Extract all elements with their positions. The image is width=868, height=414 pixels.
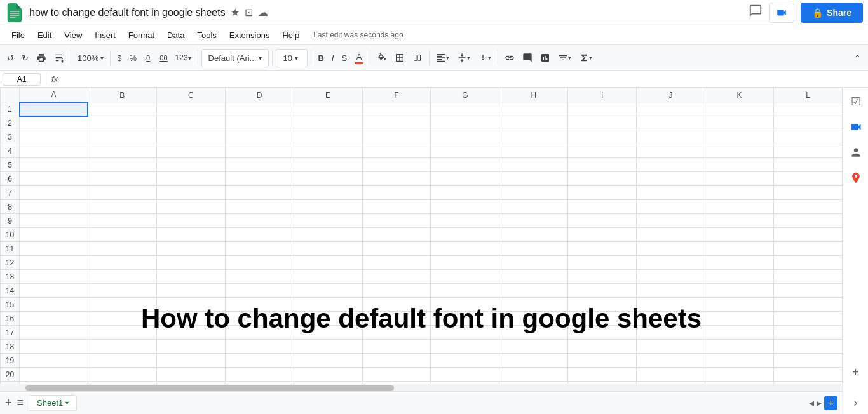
cell-B4[interactable] <box>88 144 156 158</box>
cell-B5[interactable] <box>88 158 156 172</box>
cell-C19[interactable] <box>156 354 225 368</box>
cell-B11[interactable] <box>88 242 156 256</box>
cell-J5[interactable] <box>637 158 705 172</box>
cell-I7[interactable] <box>568 186 637 200</box>
cell-J13[interactable] <box>637 270 705 284</box>
cell-B8[interactable] <box>88 200 156 214</box>
cell-F8[interactable] <box>362 200 431 214</box>
cell-K14[interactable] <box>705 284 774 298</box>
cell-H20[interactable] <box>499 368 568 382</box>
cell-L8[interactable] <box>773 200 842 214</box>
align-v-button[interactable]: ▾ <box>454 50 473 65</box>
cell-A20[interactable] <box>20 368 88 382</box>
cell-K5[interactable] <box>705 158 774 172</box>
cell-C14[interactable] <box>156 284 225 298</box>
cell-G17[interactable] <box>431 326 499 340</box>
cell-H10[interactable] <box>499 228 568 242</box>
zoom-select[interactable]: 100% ▾ <box>74 51 107 65</box>
scroll-sheets-right[interactable]: ▸ <box>817 397 822 409</box>
cell-J16[interactable] <box>637 312 705 326</box>
cell-B1[interactable] <box>88 102 156 116</box>
cell-C2[interactable] <box>156 116 225 130</box>
cell-F14[interactable] <box>362 284 431 298</box>
cell-E15[interactable] <box>294 298 362 312</box>
cell-A14[interactable] <box>20 284 88 298</box>
cell-J18[interactable] <box>637 340 705 354</box>
cell-C6[interactable] <box>156 172 225 186</box>
cell-K2[interactable] <box>705 116 774 130</box>
cell-E5[interactable] <box>294 158 362 172</box>
menu-data[interactable]: Data <box>161 28 191 43</box>
cell-D13[interactable] <box>225 270 294 284</box>
cell-D20[interactable] <box>225 368 294 382</box>
cell-G10[interactable] <box>431 228 499 242</box>
cell-L16[interactable] <box>773 312 842 326</box>
cell-G6[interactable] <box>431 172 499 186</box>
cell-F10[interactable] <box>362 228 431 242</box>
comment-button[interactable] <box>749 4 763 21</box>
italic-button[interactable]: I <box>329 51 337 65</box>
cell-G7[interactable] <box>431 186 499 200</box>
cell-B9[interactable] <box>88 214 156 228</box>
cell-L4[interactable] <box>773 144 842 158</box>
cell-B20[interactable] <box>88 368 156 382</box>
cell-A9[interactable] <box>20 214 88 228</box>
functions-button[interactable]: ▾ <box>576 50 595 65</box>
cell-K3[interactable] <box>705 130 774 144</box>
col-header-K[interactable]: K <box>705 88 774 102</box>
cell-F5[interactable] <box>362 158 431 172</box>
cell-B6[interactable] <box>88 172 156 186</box>
sidebar-plus-icon[interactable]: + <box>844 361 867 384</box>
bold-button[interactable]: B <box>315 51 327 65</box>
cell-E6[interactable] <box>294 172 362 186</box>
cell-K15[interactable] <box>705 298 774 312</box>
cell-F7[interactable] <box>362 186 431 200</box>
paint-format-button[interactable] <box>51 50 67 65</box>
cell-D17[interactable] <box>225 326 294 340</box>
cell-G15[interactable] <box>431 298 499 312</box>
cell-C3[interactable] <box>156 130 225 144</box>
cell-K17[interactable] <box>705 326 774 340</box>
sheet-tab-sheet1[interactable]: Sheet1 ▾ <box>29 395 77 411</box>
cell-I10[interactable] <box>568 228 637 242</box>
cell-A7[interactable] <box>20 186 88 200</box>
formula-input[interactable] <box>60 74 865 84</box>
cell-G8[interactable] <box>431 200 499 214</box>
cell-I11[interactable] <box>568 242 637 256</box>
col-header-A[interactable]: A <box>20 88 88 102</box>
cell-I18[interactable] <box>568 340 637 354</box>
cell-J10[interactable] <box>637 228 705 242</box>
cell-B3[interactable] <box>88 130 156 144</box>
cell-G19[interactable] <box>431 354 499 368</box>
cell-B15[interactable] <box>88 298 156 312</box>
share-button[interactable]: 🔒 Share <box>801 3 863 23</box>
cell-H3[interactable] <box>499 130 568 144</box>
cell-L11[interactable] <box>773 242 842 256</box>
cell-G2[interactable] <box>431 116 499 130</box>
cell-F6[interactable] <box>362 172 431 186</box>
cell-I6[interactable] <box>568 172 637 186</box>
cell-G14[interactable] <box>431 284 499 298</box>
cell-I13[interactable] <box>568 270 637 284</box>
cell-J20[interactable] <box>637 368 705 382</box>
cell-G5[interactable] <box>431 158 499 172</box>
cell-A4[interactable] <box>20 144 88 158</box>
cell-H12[interactable] <box>499 256 568 270</box>
cell-K11[interactable] <box>705 242 774 256</box>
cell-J1[interactable] <box>637 102 705 116</box>
cell-D10[interactable] <box>225 228 294 242</box>
cell-B2[interactable] <box>88 116 156 130</box>
scrollbar-thumb[interactable] <box>25 385 394 391</box>
cell-J12[interactable] <box>637 256 705 270</box>
folder-icon[interactable]: ⊡ <box>245 6 253 18</box>
cell-E18[interactable] <box>294 340 362 354</box>
menu-file[interactable]: File <box>5 28 31 43</box>
sidebar-contacts-icon[interactable] <box>844 141 867 164</box>
cell-G20[interactable] <box>431 368 499 382</box>
strikethrough-button[interactable]: S <box>338 51 350 65</box>
cell-E19[interactable] <box>294 354 362 368</box>
cell-E16[interactable] <box>294 312 362 326</box>
cell-D18[interactable] <box>225 340 294 354</box>
cell-H6[interactable] <box>499 172 568 186</box>
cell-C7[interactable] <box>156 186 225 200</box>
